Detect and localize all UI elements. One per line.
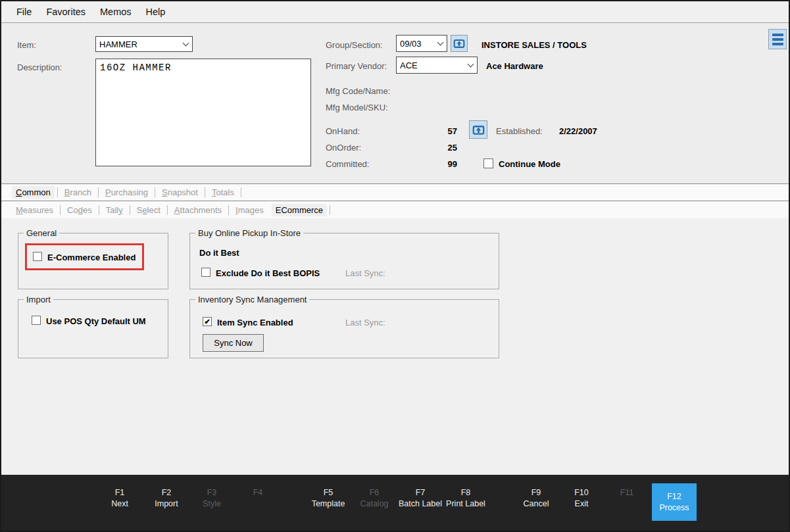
exclude-bopis-label: Exclude Do it Best BOPIS [216, 268, 320, 278]
primary-vendor-combobox[interactable]: ACE [396, 57, 478, 74]
tab-ecommerce[interactable]: ECommerce [272, 204, 327, 216]
committed-label: Committed: [326, 159, 369, 169]
tab-separator [130, 205, 130, 215]
description-textarea[interactable]: 16OZ HAMMER [95, 59, 311, 166]
tab-separator [98, 187, 99, 197]
hamburger-bar [772, 38, 783, 41]
tab-row-primary: Common Branch Purchasing Snapshot Totals [1, 183, 789, 201]
group-section-combobox[interactable]: 09/03 [396, 35, 447, 52]
open-box-up-arrow-icon [472, 123, 485, 137]
fkey-f5-template[interactable]: F5Template [312, 487, 345, 510]
onorder-value: 25 [426, 143, 457, 153]
tab-tally[interactable]: Tally [102, 204, 127, 216]
established-value: 2/22/2007 [559, 126, 597, 136]
fkey-f4: F4 [253, 487, 263, 498]
tab-separator [330, 205, 330, 215]
item-label: Item: [17, 40, 36, 50]
import-groupbox-title: Import [24, 295, 53, 304]
fkey-f6-catalog: F6Catalog [360, 487, 388, 510]
mfg-model-label: Mfg Model/SKU: [326, 103, 388, 112]
tab-attachments[interactable]: Attachments [170, 204, 226, 216]
general-groupbox-title: General [24, 228, 59, 238]
tab-separator [60, 205, 61, 215]
established-label: Established: [496, 126, 543, 136]
group-section-description: INSTORE SALES / TOOLS [481, 40, 587, 50]
fkey-f7-batch-label[interactable]: F7Batch Label [399, 487, 442, 510]
item-sync-enabled-checkbox[interactable]: ✔ [203, 317, 212, 326]
tab-separator [57, 187, 58, 197]
fkey-f12-process[interactable]: F12Process [652, 483, 697, 521]
menu-bar: File Favorites Memos Help [1, 1, 789, 23]
tab-measures[interactable]: Measures [12, 204, 57, 216]
open-box-up-arrow-icon [453, 37, 466, 50]
mfg-code-label: Mfg Code/Name: [326, 86, 390, 96]
sync-now-button[interactable]: Sync Now [203, 334, 264, 352]
continue-mode-checkbox[interactable] [483, 158, 493, 168]
fkey-f1-next[interactable]: F1Next [111, 487, 128, 510]
hamburger-bar [772, 34, 783, 36]
description-label: Description: [17, 62, 62, 72]
sync-last-sync-label: Last Sync: [345, 318, 385, 327]
menu-file[interactable]: File [9, 1, 39, 22]
menu-memos[interactable]: Memos [93, 1, 139, 22]
ecommerce-tab-panel: General E-Commerce Enabled Buy Online Pi… [1, 218, 789, 475]
continue-mode-label: Continue Mode [499, 159, 560, 169]
item-sync-enabled-label: Item Sync Enabled [217, 318, 293, 327]
tab-separator [155, 187, 155, 197]
onhand-value: 57 [426, 126, 457, 136]
committed-value: 99 [426, 159, 457, 169]
tab-separator [241, 187, 241, 197]
ecommerce-enabled-checkbox[interactable] [33, 252, 42, 261]
tab-totals[interactable]: Totals [208, 186, 238, 199]
function-key-bar: F1Next F2Import F3Style F4 F5Template F6… [1, 475, 789, 531]
group-section-label: Group/Section: [326, 40, 383, 50]
tab-common[interactable]: Common [12, 186, 55, 199]
bopis-groupbox: Buy Online Pickup In-Store Do it Best Ex… [189, 233, 499, 289]
fkey-f11: F11 [620, 487, 634, 498]
ecommerce-enabled-label: E-Commerce Enabled [47, 253, 136, 262]
menu-favorites[interactable]: Favorites [39, 1, 93, 22]
primary-vendor-description: Ace Hardware [486, 61, 543, 71]
general-groupbox: General E-Commerce Enabled [18, 233, 168, 289]
tab-branch[interactable]: Branch [61, 186, 95, 199]
item-combobox[interactable]: HAMMER [95, 36, 193, 52]
exclude-bopis-checkbox[interactable] [201, 268, 210, 277]
fkey-f10-exit[interactable]: F10Exit [574, 487, 589, 510]
onorder-label: OnOrder: [326, 143, 361, 153]
tab-purchasing[interactable]: Purchasing [101, 186, 152, 199]
tab-separator [99, 205, 99, 215]
primary-vendor-value: ACE [400, 60, 418, 70]
inventory-sync-groupbox: Inventory Sync Management ✔ Item Sync En… [189, 299, 499, 358]
use-pos-qty-label: Use POS Qty Default UM [46, 316, 146, 326]
tab-images[interactable]: Images [232, 204, 268, 216]
use-pos-qty-checkbox[interactable] [32, 316, 41, 325]
tab-select[interactable]: Select [133, 204, 164, 216]
menu-help[interactable]: Help [139, 1, 173, 22]
item-combobox-value: HAMMER [99, 39, 137, 49]
primary-vendor-label: Primary Vendor: [326, 61, 387, 71]
item-header-form: Item: HAMMER Description: 16OZ HAMMER Gr… [1, 23, 789, 183]
fkey-f2-import[interactable]: F2Import [155, 487, 178, 510]
highlight-red-box: E-Commerce Enabled [25, 243, 144, 270]
tab-separator [228, 205, 229, 215]
tab-snapshot[interactable]: Snapshot [158, 186, 202, 199]
fkey-f9-cancel[interactable]: F9Cancel [524, 487, 549, 510]
app-window: File Favorites Memos Help Item: HAMMER D… [0, 0, 790, 532]
tab-codes[interactable]: Codes [63, 204, 96, 216]
fkey-f8-print-label[interactable]: F8Print Label [446, 487, 485, 510]
fkey-f3-style: F3Style [203, 487, 221, 510]
import-groupbox: Import Use POS Qty Default UM [18, 299, 168, 358]
chevron-down-icon [183, 39, 189, 46]
hamburger-menu-icon[interactable] [768, 29, 787, 49]
inventory-sync-groupbox-title: Inventory Sync Management [195, 295, 309, 304]
onhand-label: OnHand: [326, 126, 360, 136]
onhand-detail-button[interactable] [469, 120, 487, 139]
hamburger-bar [772, 43, 783, 45]
tab-separator [205, 187, 205, 197]
tab-separator [167, 205, 168, 215]
bopis-groupbox-title: Buy Online Pickup In-Store [195, 228, 303, 238]
group-section-value: 09/03 [400, 39, 422, 49]
do-it-best-label: Do it Best [199, 248, 239, 258]
bopis-last-sync-label: Last Sync: [345, 268, 385, 278]
group-section-lookup-button[interactable] [451, 35, 468, 52]
